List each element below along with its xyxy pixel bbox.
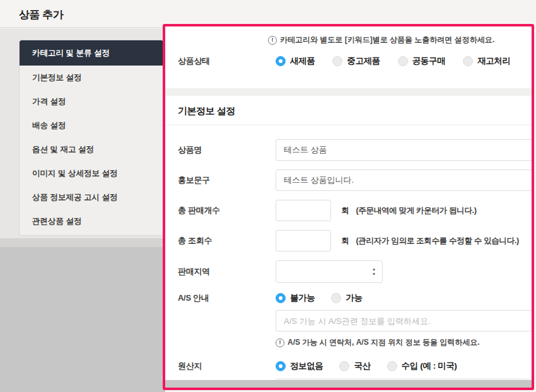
select-stepper-icon: ▲▼ bbox=[372, 267, 376, 276]
origin-options: 정보없음 국산 수입 (예 : 미국) bbox=[276, 360, 532, 372]
promo-text-row: 홍보문구 bbox=[165, 170, 532, 191]
page-background-fade bbox=[0, 238, 165, 247]
sidebar-item-image-detail[interactable]: 이미지 및 상세정보 설정 bbox=[20, 161, 163, 185]
radio-unselected-icon[interactable] bbox=[387, 361, 397, 371]
radio-origin-domestic[interactable]: 국산 bbox=[339, 360, 370, 372]
product-status-options: 새제품 중고제품 공동구매 재고처리 bbox=[276, 55, 532, 67]
radio-label: 공동구매 bbox=[412, 55, 445, 67]
total-sales-label: 총 판매개수 bbox=[165, 205, 276, 216]
total-views-row: 총 조회수 회 (관리자가 임의로 조회수를 수정할 수 있습니다.) bbox=[165, 230, 532, 251]
keyword-notice: ! 카테고리와 별도로 [키워드]별로 상품을 노출하려면 설정하세요. bbox=[268, 35, 532, 45]
product-status-section: ! 카테고리와 별도로 [키워드]별로 상품을 노출하려면 설정하세요. 상품상… bbox=[165, 26, 532, 88]
info-icon: ! bbox=[268, 36, 277, 45]
origin-label: 원산지 bbox=[165, 360, 276, 372]
radio-group-buy[interactable]: 공동구매 bbox=[398, 55, 445, 67]
sidebar-item-price[interactable]: 가격 설정 bbox=[20, 89, 163, 113]
radio-label: 불가능 bbox=[290, 292, 315, 304]
sales-region-label: 판매지역 bbox=[165, 266, 276, 277]
radio-label: 국산 bbox=[354, 360, 370, 372]
total-sales-unit: 회 bbox=[341, 206, 349, 215]
total-views-input[interactable] bbox=[276, 230, 331, 251]
as-info-notice: ! A/S 가능 시 연락처, A/S 지점 위치 정보 등을 입력하세요. bbox=[276, 337, 532, 348]
sidebar-item-category-settings[interactable]: 카테고리 및 분류 설정 bbox=[20, 40, 163, 66]
radio-origin-none[interactable]: 정보없음 bbox=[276, 360, 323, 372]
radio-unselected-icon[interactable] bbox=[398, 56, 408, 66]
total-sales-input[interactable] bbox=[276, 200, 331, 221]
sidebar-item-option-stock[interactable]: 옵션 및 재고 설정 bbox=[20, 137, 163, 161]
product-status-label: 상품상태 bbox=[165, 55, 276, 67]
total-views-label: 총 조회수 bbox=[165, 235, 276, 246]
sidebar-item-product-disclosure[interactable]: 상품 정보제공 고시 설정 bbox=[20, 185, 163, 209]
panel-bottom-bar bbox=[165, 380, 532, 388]
product-name-row: 상품명 bbox=[165, 139, 532, 161]
section-divider bbox=[165, 88, 532, 96]
total-views-unit: 회 bbox=[341, 236, 349, 245]
radio-selected-icon[interactable] bbox=[276, 293, 286, 303]
radio-unselected-icon[interactable] bbox=[331, 293, 341, 303]
radio-new-product[interactable]: 새제품 bbox=[276, 55, 315, 67]
radio-unselected-icon[interactable] bbox=[332, 56, 342, 66]
origin-row: 원산지 정보없음 국산 수입 (예 : 미국) bbox=[165, 360, 532, 380]
radio-used-product[interactable]: 중고제품 bbox=[332, 55, 380, 67]
highlighted-form-panel: ! 카테고리와 별도로 [키워드]별로 상품을 노출하려면 설정하세요. 상품상… bbox=[163, 24, 534, 390]
promo-text-label: 홍보문구 bbox=[165, 175, 276, 186]
radio-label: 중고제품 bbox=[347, 55, 380, 67]
product-name-input[interactable] bbox=[276, 139, 532, 161]
as-info-input[interactable] bbox=[276, 310, 532, 331]
settings-sidebar: 카테고리 및 분류 설정 기본정보 설정 가격 설정 배송 설정 옵션 및 재고… bbox=[19, 40, 164, 236]
keyword-notice-text: 카테고리와 별도로 [키워드]별로 상품을 노출하려면 설정하세요. bbox=[280, 35, 494, 45]
as-info-row: A/S 안내 불가능 가능 ! bbox=[165, 292, 532, 348]
radio-unselected-icon[interactable] bbox=[339, 361, 349, 371]
product-status-row: 상품상태 새제품 중고제품 공동구매 재고처리 bbox=[165, 55, 532, 67]
radio-label: 수입 (예 : 미국) bbox=[402, 360, 457, 372]
info-icon: ! bbox=[276, 338, 284, 347]
radio-label: 재고처리 bbox=[477, 55, 510, 67]
total-sales-hint: (주문내역에 맞게 카운터가 됩니다.) bbox=[356, 206, 476, 215]
as-info-options: 불가능 가능 bbox=[276, 292, 532, 304]
radio-as-unavailable[interactable]: 불가능 bbox=[276, 292, 315, 304]
total-sales-row: 총 판매개수 회 (주문내역에 맞게 카운터가 됩니다.) bbox=[165, 200, 532, 221]
radio-origin-imported[interactable]: 수입 (예 : 미국) bbox=[387, 360, 457, 372]
total-views-hint: (관리자가 임의로 조회수를 수정할 수 있습니다.) bbox=[356, 236, 519, 245]
page-title: 상품 추가 bbox=[19, 8, 63, 22]
radio-as-available[interactable]: 가능 bbox=[331, 292, 362, 304]
radio-selected-icon[interactable] bbox=[276, 361, 286, 371]
radio-stock-clearance[interactable]: 재고처리 bbox=[463, 55, 510, 67]
sales-region-select[interactable]: ▲▼ bbox=[276, 260, 383, 283]
radio-label: 정보없음 bbox=[290, 360, 323, 372]
basic-info-section-title: 기본정보 설정 bbox=[165, 96, 532, 125]
sidebar-item-shipping[interactable]: 배송 설정 bbox=[20, 113, 163, 137]
radio-selected-icon[interactable] bbox=[276, 56, 286, 66]
radio-unselected-icon[interactable] bbox=[463, 56, 473, 66]
promo-text-input[interactable] bbox=[276, 170, 532, 191]
sidebar-item-related-products[interactable]: 관련상품 설정 bbox=[20, 209, 163, 233]
as-info-notice-text: A/S 가능 시 연락처, A/S 지점 위치 정보 등을 입력하세요. bbox=[288, 337, 480, 348]
radio-label: 가능 bbox=[346, 292, 362, 304]
as-info-label: A/S 안내 bbox=[165, 292, 276, 304]
basic-info-section: 기본정보 설정 상품명 홍보문구 총 판매개수 bbox=[165, 96, 532, 380]
radio-label: 새제품 bbox=[290, 55, 315, 67]
sidebar-item-basic-info[interactable]: 기본정보 설정 bbox=[20, 66, 163, 89]
product-name-label: 상품명 bbox=[165, 144, 276, 156]
page-background-lower bbox=[0, 247, 165, 392]
sales-region-row: 판매지역 ▲▼ bbox=[165, 260, 532, 283]
